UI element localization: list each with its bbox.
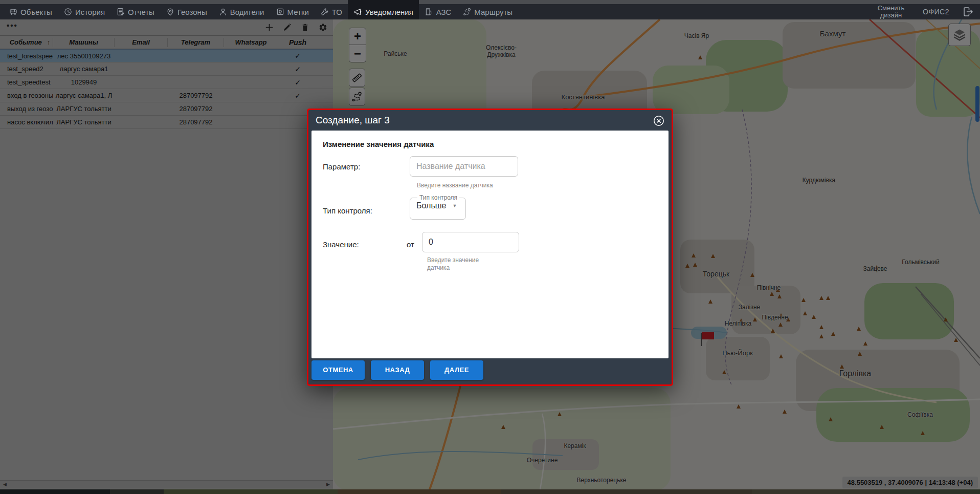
- control-type-select[interactable]: Тип контроля Больше▼: [410, 194, 466, 220]
- nav-item-то[interactable]: ТО: [315, 0, 348, 19]
- megaphone-icon: [353, 7, 363, 16]
- nav-item-label: АЗС: [436, 8, 452, 16]
- nav-item-история[interactable]: История: [58, 0, 110, 19]
- param-helper-text: Введите название датчика: [417, 182, 493, 189]
- cancel-button[interactable]: ОТМЕНА: [311, 360, 365, 380]
- sensor-name-input[interactable]: [410, 156, 518, 177]
- wrench-icon: [320, 7, 329, 16]
- value-helper-text: Введите значение датчика: [427, 256, 494, 272]
- report-icon: [116, 7, 125, 16]
- nav-item-label: Отчеты: [128, 8, 154, 16]
- dialog-body: Изменение значения датчика Параметр: Вве…: [311, 131, 669, 358]
- nav-item-label: Водители: [230, 8, 264, 16]
- logout-icon[interactable]: [962, 6, 975, 18]
- fuel-icon: [425, 7, 434, 16]
- back-button[interactable]: НАЗАД: [371, 360, 424, 380]
- nav-item-отчеты[interactable]: Отчеты: [110, 0, 160, 19]
- app-window: ОбъектыИсторияОтчетыГеозоныВодителиМетки…: [0, 0, 980, 494]
- top-nav: ОбъектыИсторияОтчетыГеозоныВодителиМетки…: [0, 0, 980, 19]
- value-from-label: от: [407, 240, 414, 249]
- nav-item-label: История: [75, 8, 105, 16]
- route-icon: [462, 7, 472, 16]
- param-label: Параметр:: [323, 162, 360, 171]
- user-menu[interactable]: ОФИС2: [923, 8, 949, 16]
- nav-item-объекты[interactable]: Объекты: [3, 0, 58, 19]
- close-icon[interactable]: [653, 115, 665, 127]
- value-label: Значение:: [323, 240, 359, 249]
- driver-icon: [218, 7, 228, 16]
- nav-item-label: Метки: [287, 8, 309, 16]
- nav-item-маршруты[interactable]: Маршруты: [457, 0, 518, 19]
- nav-items: ОбъектыИсторияОтчетыГеозоныВодителиМетки…: [3, 0, 518, 19]
- dialog-title: Создание, шаг 3: [308, 110, 672, 131]
- control-type-label: Тип контроля:: [323, 206, 372, 215]
- dialog-footer: ОТМЕНАНАЗАДДАЛЕЕ: [311, 358, 669, 381]
- nav-item-label: ТО: [332, 8, 342, 16]
- nav-item-label: Объекты: [20, 8, 52, 16]
- next-button[interactable]: ДАЛЕЕ: [430, 360, 483, 380]
- geofence-icon: [166, 7, 175, 16]
- sensor-value-input[interactable]: [422, 232, 519, 252]
- dialog-heading: Изменение значения датчика: [323, 140, 434, 148]
- change-design-button[interactable]: Сменить дизайн: [872, 5, 910, 19]
- tag-icon: [276, 7, 285, 16]
- nav-right: Сменить дизайн ОФИС2: [872, 4, 975, 19]
- nav-item-уведомления[interactable]: Уведомления: [348, 0, 419, 19]
- create-notification-dialog: Создание, шаг 3 Изменение значения датчи…: [307, 109, 673, 386]
- control-type-legend: Тип контроля: [417, 194, 459, 201]
- nav-item-геозоны[interactable]: Геозоны: [160, 0, 213, 19]
- nav-item-азс[interactable]: АЗС: [419, 0, 457, 19]
- nav-item-метки[interactable]: Метки: [270, 0, 315, 19]
- car-icon: [9, 7, 18, 16]
- nav-item-label: Маршруты: [474, 8, 513, 16]
- clock-icon: [63, 7, 73, 16]
- nav-item-label: Геозоны: [177, 8, 207, 16]
- control-type-value: Больше: [416, 201, 446, 210]
- nav-item-label: Уведомления: [365, 8, 413, 16]
- chevron-down-icon: ▼: [452, 203, 457, 208]
- nav-item-водители[interactable]: Водители: [213, 0, 270, 19]
